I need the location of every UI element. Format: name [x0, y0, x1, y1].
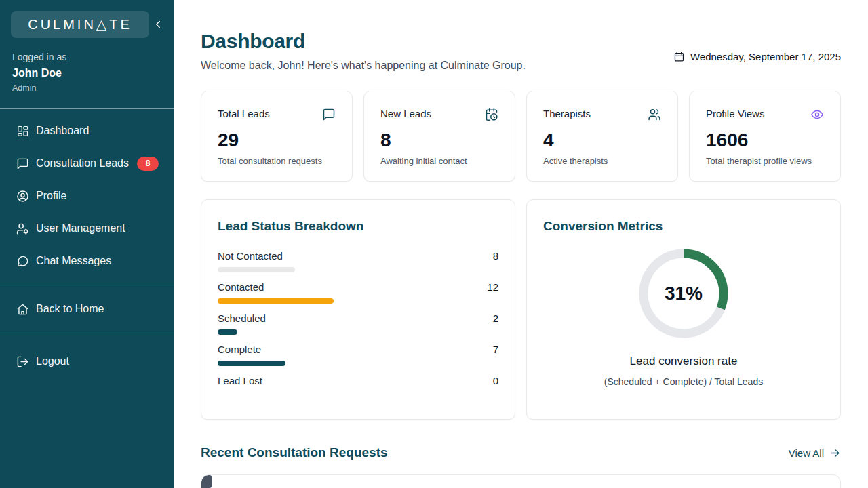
logo-row: CULMIN△TE [0, 0, 174, 38]
message-square-icon [16, 157, 29, 170]
sidebar-item-chat-messages[interactable]: Chat Messages [0, 245, 174, 277]
logout-icon [16, 355, 29, 368]
sidebar-collapse-button[interactable] [152, 16, 168, 33]
status-bar [218, 329, 237, 335]
sidebar-item-profile[interactable]: Profile [0, 180, 174, 212]
status-value: 8 [493, 250, 498, 262]
back-home-section: Back to Home [0, 283, 174, 335]
calendar-clock-icon [485, 108, 498, 121]
calendar-icon [673, 51, 685, 62]
current-date: Wednesday, September 17, 2025 [673, 41, 841, 72]
sidebar-item-label: User Management [36, 222, 125, 235]
conversion-metrics-card: Conversion Metrics 31% Lead conversion r… [526, 199, 841, 420]
status-rows: Not Contacted 8 Contacted 12 [218, 250, 498, 397]
arrow-right-icon [829, 447, 841, 459]
logout-section: Logout [0, 336, 174, 387]
stat-value: 1606 [706, 129, 824, 151]
stat-caption: Awaiting initial contact [380, 156, 498, 166]
dashboard-icon [16, 125, 29, 138]
page-title: Dashboard [201, 30, 526, 53]
app-logo-text: CULMIN△TE [28, 16, 132, 33]
lead-status-breakdown-card: Lead Status Breakdown Not Contacted 8 Co… [201, 199, 515, 420]
back-to-home-link[interactable]: Back to Home [0, 293, 174, 325]
conversion-donut-chart: 31% [639, 249, 728, 338]
sidebar-item-label: Dashboard [36, 125, 89, 137]
status-bar [218, 267, 295, 272]
status-row: Scheduled 2 [218, 312, 498, 335]
chevron-left-icon [152, 18, 164, 30]
user-gear-icon [16, 222, 29, 235]
sidebar-item-consultation-leads[interactable]: Consultation Leads 8 [0, 147, 174, 180]
stat-card-total-leads: Total Leads 29 Total consultation reques… [201, 91, 353, 182]
message-square-icon [322, 108, 336, 121]
status-row: Not Contacted 8 [218, 250, 498, 272]
home-icon [16, 303, 29, 316]
conversion-body: 31% Lead conversion rate (Scheduled + Co… [543, 234, 824, 387]
status-value: 7 [493, 344, 498, 355]
stat-caption: Total consultation requests [218, 156, 336, 166]
status-row: Lead Lost 0 [218, 375, 498, 397]
stat-caption: Active therapists [543, 156, 661, 166]
middle-grid: Lead Status Breakdown Not Contacted 8 Co… [201, 199, 841, 420]
stat-value: 4 [543, 129, 661, 151]
chat-bubble-icon [16, 255, 29, 268]
status-label: Scheduled [218, 312, 266, 324]
stat-label: Profile Views [706, 108, 764, 119]
logged-in-as-label: Logged in as [12, 52, 161, 62]
row-accent-strip [201, 475, 212, 488]
status-row: Contacted 12 [218, 281, 498, 304]
conversion-formula: (Scheduled + Complete) / Total Leads [604, 376, 763, 387]
status-value: 2 [493, 312, 498, 324]
stat-card-new-leads: New Leads 8 Awaiting initial contact [363, 91, 515, 182]
user-role: Admin [12, 83, 161, 93]
main-content: Dashboard Welcome back, John! Here's wha… [174, 0, 868, 488]
eye-icon [810, 108, 824, 121]
view-all-label: View All [789, 447, 824, 459]
card-title: Lead Status Breakdown [218, 219, 498, 234]
sidebar-item-user-management[interactable]: User Management [0, 212, 174, 245]
status-label: Not Contacted [218, 250, 283, 262]
recent-requests-header: Recent Consultation Requests View All [201, 445, 841, 460]
user-name: John Doe [12, 67, 161, 79]
sidebar-item-label: Consultation Leads [36, 157, 129, 169]
recent-requests-card [201, 474, 841, 488]
page-header: Dashboard Welcome back, John! Here's wha… [201, 30, 841, 72]
stat-card-therapists: Therapists 4 Active therapists [526, 91, 678, 182]
users-icon [648, 108, 661, 121]
sidebar-item-dashboard[interactable]: Dashboard [0, 115, 174, 147]
logout-button[interactable]: Logout [0, 345, 174, 378]
app-root: CULMIN△TE Logged in as John Doe Admin Da… [0, 0, 868, 488]
sidebar-nav: Dashboard Consultation Leads 8 Profile U… [0, 109, 174, 283]
stat-value: 29 [218, 129, 336, 151]
stat-value: 8 [380, 129, 498, 151]
stat-label: New Leads [380, 108, 431, 119]
status-value: 0 [493, 375, 498, 386]
status-label: Lead Lost [218, 375, 262, 386]
conversion-percent: 31% [639, 249, 728, 338]
status-value: 12 [487, 281, 498, 293]
sidebar: CULMIN△TE Logged in as John Doe Admin Da… [0, 0, 174, 488]
user-block: Logged in as John Doe Admin [0, 38, 174, 93]
sidebar-item-label: Profile [36, 190, 66, 202]
back-to-home-label: Back to Home [36, 303, 104, 315]
stat-caption: Total therapist profile views [706, 156, 824, 166]
section-title: Recent Consultation Requests [201, 445, 388, 460]
status-bar [218, 298, 334, 304]
user-circle-icon [16, 190, 29, 203]
status-label: Contacted [218, 281, 264, 293]
view-all-link[interactable]: View All [789, 447, 841, 459]
card-title: Conversion Metrics [543, 219, 824, 234]
status-row: Complete 7 [218, 344, 498, 366]
leads-count-badge: 8 [137, 157, 159, 171]
stats-grid: Total Leads 29 Total consultation reques… [201, 91, 841, 182]
app-logo: CULMIN△TE [11, 11, 149, 38]
logout-label: Logout [36, 355, 69, 367]
status-bar [218, 361, 285, 366]
stat-label: Therapists [543, 108, 591, 119]
stat-card-profile-views: Profile Views 1606 Total therapist profi… [689, 91, 841, 182]
page-subtitle: Welcome back, John! Here's what's happen… [201, 60, 526, 72]
page-header-text: Dashboard Welcome back, John! Here's wha… [201, 30, 526, 72]
conversion-label: Lead conversion rate [630, 354, 738, 368]
status-label: Complete [218, 344, 261, 355]
current-date-label: Wednesday, September 17, 2025 [690, 51, 841, 62]
